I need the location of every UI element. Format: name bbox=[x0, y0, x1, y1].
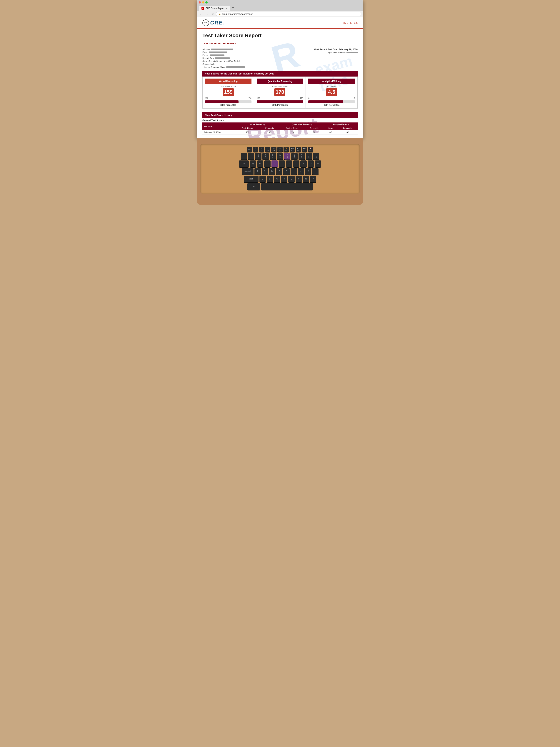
key-f10[interactable]: 🔇F10 bbox=[308, 147, 313, 152]
key-c[interactable]: C bbox=[274, 176, 280, 182]
key-y[interactable]: Y bbox=[286, 160, 292, 167]
key-j[interactable]: J bbox=[298, 168, 304, 175]
key-f9[interactable]: ▶▶F9 bbox=[302, 147, 307, 152]
email-bar-redacted bbox=[209, 52, 228, 53]
key-g[interactable]: G bbox=[283, 168, 290, 175]
scores-section-header: Your Scores for the General Test Taken o… bbox=[203, 71, 357, 77]
key-0[interactable]: )0 bbox=[313, 153, 319, 159]
close-dot[interactable] bbox=[199, 1, 201, 3]
fn-row: esc ☀F1 ☀F2 ⊞F3 ⊟F4 ☀F5 🔆F6 ◀◀F7 ▶‖F8 ▶▶… bbox=[203, 147, 357, 152]
key-f8[interactable]: ▶‖F8 bbox=[296, 147, 301, 152]
key-r[interactable]: R bbox=[271, 160, 278, 167]
key-n[interactable]: N bbox=[296, 176, 302, 182]
key-space[interactable] bbox=[261, 183, 313, 190]
writing-bar-fill bbox=[308, 100, 343, 103]
lock-icon: 🔒 bbox=[218, 13, 221, 15]
key-5[interactable]: %5 bbox=[277, 153, 283, 159]
browser-chrome: G GRE Score Report ✕ + ← → ↻ 🔒 ereg.ets.… bbox=[197, 0, 363, 138]
key-caps[interactable]: caps lock bbox=[242, 168, 254, 175]
key-w[interactable]: W bbox=[257, 160, 263, 167]
key-7[interactable]: &7 bbox=[291, 153, 298, 159]
key-f4[interactable]: ⊟F4 bbox=[271, 147, 276, 152]
phone-bar-redacted bbox=[210, 54, 224, 56]
reload-button[interactable]: ↻ bbox=[211, 12, 214, 16]
verbal-bar-fill bbox=[205, 100, 239, 103]
key-i[interactable]: I bbox=[300, 160, 307, 167]
key-1[interactable]: !1 bbox=[248, 153, 254, 159]
address-bar[interactable]: 🔒 ereg.ets.org/ereg/scorereport bbox=[216, 12, 361, 16]
keyboard: esc ☀F1 ☀F2 ⊞F3 ⊟F4 ☀F5 🔆F6 ◀◀F7 ▶‖F8 ▶▶… bbox=[201, 144, 359, 194]
key-k[interactable]: K bbox=[305, 168, 311, 175]
verbal-percentile: 83th Percentile bbox=[205, 104, 251, 106]
verbal-col: Verbal Reasoning Your Scaled Score: 159 … bbox=[203, 77, 254, 108]
quant-range-low: 130 bbox=[257, 97, 260, 99]
gre-nav-right[interactable]: My GRE Hom bbox=[343, 22, 357, 24]
key-f7[interactable]: ◀◀F7 bbox=[290, 147, 295, 152]
scores-table: Verbal Reasoning Your Scaled Score: 159 … bbox=[203, 77, 357, 108]
key-comma[interactable]: < bbox=[310, 176, 316, 182]
forward-button[interactable]: → bbox=[205, 12, 209, 16]
key-3[interactable]: #3 bbox=[262, 153, 269, 159]
key-f6[interactable]: 🔆F6 bbox=[284, 147, 289, 152]
key-esc[interactable]: esc bbox=[247, 147, 252, 152]
key-8[interactable]: *8 bbox=[298, 153, 305, 159]
verbal-bar-container bbox=[205, 100, 251, 103]
history-writing-score: 4.5 bbox=[324, 130, 338, 134]
key-a[interactable]: A bbox=[255, 168, 261, 175]
verbal-range-high: 170 bbox=[248, 97, 251, 99]
key-tab[interactable]: tab bbox=[239, 160, 249, 167]
history-quant-pct: 96 bbox=[304, 130, 324, 134]
url-text: ereg.ets.org/ereg/scorereport bbox=[222, 12, 253, 16]
key-v[interactable]: V bbox=[281, 176, 287, 182]
key-l[interactable]: L bbox=[312, 168, 319, 175]
maximize-dot[interactable] bbox=[205, 1, 208, 3]
key-6[interactable]: ^6 bbox=[284, 153, 290, 159]
info-grid: Address: Email: Phone: Date of Birt bbox=[203, 48, 357, 68]
history-header: Your Test Score History bbox=[203, 112, 357, 118]
quant-range: 130 170 bbox=[257, 97, 303, 99]
col-quant: Quantitative Reasoning bbox=[280, 123, 324, 126]
verbal-range-low: 130 bbox=[205, 97, 208, 99]
key-m[interactable]: M bbox=[303, 176, 309, 182]
key-t[interactable]: T bbox=[279, 160, 285, 167]
key-f1[interactable]: ☀F1 bbox=[253, 147, 258, 152]
email-item: Email: bbox=[203, 51, 278, 53]
key-4[interactable]: $4 bbox=[270, 153, 276, 159]
key-o[interactable]: O bbox=[308, 160, 314, 167]
key-x[interactable]: X bbox=[267, 176, 273, 182]
dob-bar-redacted bbox=[215, 57, 230, 59]
minimize-dot[interactable] bbox=[202, 1, 204, 3]
key-h[interactable]: H bbox=[291, 168, 297, 175]
key-d[interactable]: D bbox=[269, 168, 275, 175]
col-writing-pct: Percentile bbox=[338, 126, 357, 130]
col-test-date: Test Date bbox=[203, 123, 235, 130]
col-quant-scaled: Scaled Score bbox=[280, 126, 304, 130]
key-b[interactable]: B bbox=[288, 176, 295, 182]
key-alt[interactable]: alt bbox=[247, 183, 260, 190]
key-u[interactable]: U bbox=[293, 160, 299, 167]
key-s[interactable]: S bbox=[262, 168, 268, 175]
key-shift-left[interactable]: shift bbox=[244, 176, 259, 182]
key-f3[interactable]: ⊞F3 bbox=[265, 147, 270, 152]
key-f2[interactable]: ☀F2 bbox=[259, 147, 264, 152]
address-bar-redacted bbox=[211, 49, 233, 50]
key-9[interactable]: (9 bbox=[306, 153, 312, 159]
back-button[interactable]: ← bbox=[199, 12, 203, 16]
tab-title: GRE Score Report bbox=[206, 7, 224, 10]
quant-col: Quantitative Reasoning Your Scaled Score… bbox=[254, 77, 306, 108]
zxcv-row: shift Z X C V B N M < bbox=[203, 176, 357, 182]
key-2[interactable]: @2 bbox=[255, 153, 262, 159]
key-z[interactable]: Z bbox=[260, 176, 266, 182]
key-f5[interactable]: ☀F5 bbox=[277, 147, 283, 152]
key-e[interactable]: E bbox=[264, 160, 271, 167]
new-tab-button[interactable]: + bbox=[230, 5, 236, 11]
writing-score-label: Your Score: bbox=[308, 85, 355, 87]
tab-close-button[interactable]: ✕ bbox=[225, 7, 227, 10]
key-f[interactable]: F bbox=[276, 168, 283, 175]
writing-range: 0 6 bbox=[308, 97, 355, 99]
active-tab[interactable]: G GRE Score Report ✕ bbox=[199, 6, 230, 11]
key-tilde[interactable]: ~` bbox=[241, 153, 247, 159]
key-q[interactable]: Q bbox=[250, 160, 256, 167]
key-p[interactable]: P bbox=[315, 160, 321, 167]
col-verbal-pct: Percentile bbox=[260, 126, 279, 130]
